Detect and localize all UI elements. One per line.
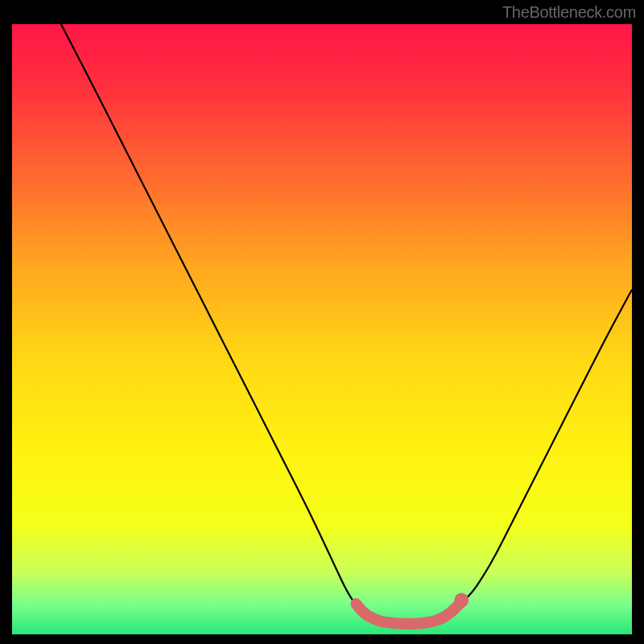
gradient-background — [12, 24, 632, 634]
chart-stage: TheBottleneck.com — [0, 0, 644, 644]
attribution-text: TheBottleneck.com — [502, 3, 636, 22]
marker-peak — [454, 593, 469, 608]
bottleneck-chart — [12, 24, 632, 634]
